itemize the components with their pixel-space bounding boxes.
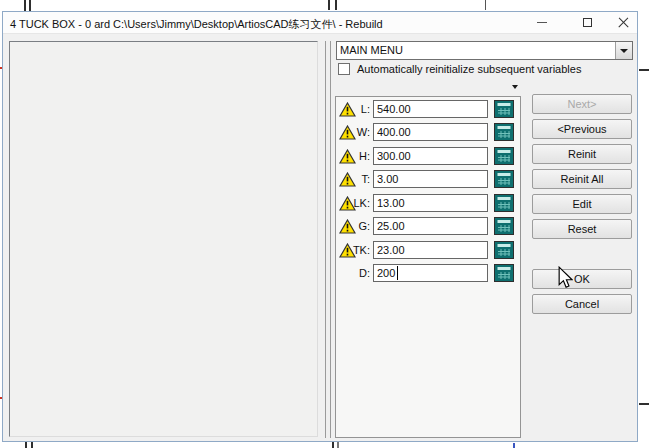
reset-button[interactable]: Reset — [532, 219, 632, 239]
variable-row-D: D: — [336, 264, 520, 284]
canvas-line — [332, 442, 334, 448]
canvas-line — [485, 0, 486, 10]
previous-button[interactable]: <Previous — [532, 119, 632, 139]
canvas-line — [29, 0, 31, 11]
canvas-line — [335, 0, 337, 10]
minimize-icon — [537, 22, 547, 23]
variable-input-G[interactable] — [373, 217, 488, 235]
calculator-button[interactable] — [494, 217, 514, 235]
panel-splitter[interactable] — [325, 41, 331, 438]
canvas-line — [328, 0, 330, 10]
close-icon — [618, 17, 629, 28]
calculator-button[interactable] — [494, 241, 514, 259]
variable-label: H: — [344, 150, 370, 162]
calculator-button[interactable] — [494, 147, 514, 165]
canvas-line-blue — [513, 443, 515, 448]
canvas-line — [31, 442, 33, 448]
variable-label: T: — [344, 173, 370, 185]
minimize-button[interactable] — [527, 12, 557, 33]
variable-input-D[interactable] — [373, 264, 488, 282]
chevron-down-icon — [512, 85, 518, 89]
menu-dropdown[interactable]: MAIN MENU — [336, 41, 633, 60]
variable-label: LK: — [344, 197, 370, 209]
auto-reinit-checkbox[interactable] — [338, 63, 350, 75]
calculator-button[interactable] — [494, 170, 514, 188]
reinit-button[interactable]: Reinit — [532, 144, 632, 164]
scroll-down-arrow[interactable] — [512, 85, 518, 89]
variable-label: TK: — [344, 244, 370, 256]
next-button: Next> — [532, 94, 632, 114]
calculator-button[interactable] — [494, 194, 514, 212]
canvas-line — [25, 442, 27, 448]
variable-row-W: W: — [336, 123, 520, 143]
cad-canvas-background: 4 TUCK BOX - 0 ard C:\Users\Jimmy\Deskto… — [0, 0, 649, 448]
close-button[interactable] — [609, 12, 637, 33]
variable-input-LK[interactable] — [373, 194, 488, 212]
text-caret — [397, 266, 398, 280]
variable-row-T: T: — [336, 170, 520, 190]
preview-panel — [9, 41, 318, 437]
titlebar[interactable]: 4 TUCK BOX - 0 ard C:\Users\Jimmy\Deskto… — [3, 12, 637, 34]
variable-row-TK: TK: — [336, 241, 520, 261]
canvas-line — [639, 403, 649, 405]
variable-row-G: G: — [336, 217, 520, 237]
edit-button[interactable]: Edit — [532, 194, 632, 214]
cancel-button[interactable]: Cancel — [532, 294, 632, 314]
variable-row-L: L: — [336, 100, 520, 120]
menu-dropdown-value: MAIN MENU — [337, 42, 615, 59]
variable-input-T[interactable] — [373, 170, 488, 188]
maximize-button[interactable] — [572, 12, 602, 33]
canvas-line — [337, 442, 339, 448]
variable-label: L: — [344, 103, 370, 115]
variable-label: G: — [344, 220, 370, 232]
canvas-line — [24, 0, 26, 11]
auto-reinit-label: Automatically reinitialize subsequent va… — [357, 63, 581, 75]
variable-input-L[interactable] — [373, 100, 488, 118]
ok-button[interactable]: OK — [532, 269, 632, 289]
variables-panel: L: W: H: T: — [335, 96, 521, 438]
variable-row-H: H: — [336, 147, 520, 167]
variable-label: D: — [344, 267, 370, 279]
variable-input-W[interactable] — [373, 123, 488, 141]
calculator-button[interactable] — [494, 123, 514, 141]
variable-row-LK: LK: — [336, 194, 520, 214]
dropdown-button[interactable] — [615, 42, 632, 59]
mouse-cursor-icon — [558, 266, 573, 288]
variable-input-TK[interactable] — [373, 241, 488, 259]
auto-reinit-option: Automatically reinitialize subsequent va… — [338, 62, 581, 76]
reinit-all-button[interactable]: Reinit All — [532, 169, 632, 189]
canvas-line — [639, 69, 649, 71]
rebuild-dialog: 4 TUCK BOX - 0 ard C:\Users\Jimmy\Deskto… — [2, 11, 638, 442]
calculator-button[interactable] — [494, 100, 514, 118]
variable-label: W: — [344, 126, 370, 138]
maximize-icon — [583, 18, 592, 27]
calculator-button[interactable] — [494, 264, 514, 282]
chevron-down-icon — [620, 49, 628, 53]
window-title: 4 TUCK BOX - 0 ard C:\Users\Jimmy\Deskto… — [10, 17, 383, 32]
variable-input-H[interactable] — [373, 147, 488, 165]
